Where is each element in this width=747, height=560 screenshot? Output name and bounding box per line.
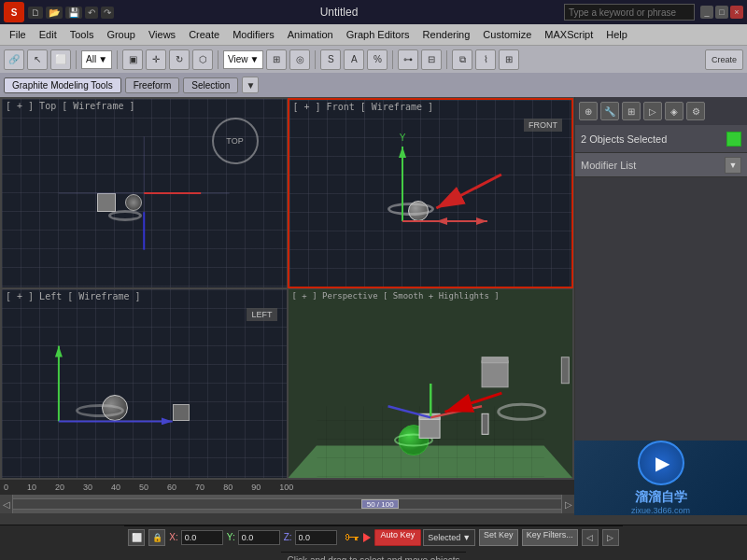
status-lock-btn[interactable]: 🔒 — [148, 529, 165, 546]
status-right-btn1[interactable]: ◁ — [582, 529, 599, 546]
select-object-btn[interactable]: ▣ — [122, 49, 143, 70]
svg-text:Y: Y — [399, 133, 405, 143]
title-icon-save[interactable]: 💾 — [65, 7, 82, 19]
timeline-position[interactable]: 50 / 100 — [361, 499, 399, 509]
selection-btn[interactable]: Selection — [183, 77, 238, 93]
minimize-btn[interactable]: _ — [700, 6, 713, 19]
svg-rect-25 — [482, 413, 488, 434]
frame-40: 40 — [111, 483, 120, 492]
menu-tools[interactable]: Tools — [64, 27, 100, 42]
vp-top-label: [ + ] Top [ Wireframe ] — [6, 101, 134, 111]
schematic-view-btn[interactable]: ⊞ — [499, 49, 519, 70]
select-region-btn[interactable]: ⬜ — [50, 49, 71, 70]
curve-editor-btn[interactable]: ⌇ — [475, 49, 496, 70]
create-panel-btn[interactable]: Create — [705, 49, 743, 70]
title-icon-redo[interactable]: ↷ — [101, 7, 114, 19]
menu-group[interactable]: Group — [101, 27, 141, 42]
selection-filter-dropdown[interactable]: All ▼ — [81, 50, 112, 69]
mirror-btn[interactable]: ⊶ — [398, 49, 418, 70]
title-left-icons: S 🗋 📂 💾 ↶ ↷ — [4, 2, 114, 22]
rotate-btn[interactable]: ↻ — [169, 49, 190, 70]
rp-utilities-btn[interactable]: ⚙ — [686, 102, 705, 120]
frame-50: 50 — [139, 483, 148, 492]
auto-key-btn[interactable]: Auto Key — [374, 529, 422, 546]
reference-coord-btn[interactable]: ⊞ — [266, 49, 287, 70]
pivot-btn[interactable]: ◎ — [289, 49, 310, 70]
coord-z-input[interactable] — [295, 530, 337, 545]
rp-modify-btn[interactable]: 🔧 — [600, 102, 619, 120]
menu-bar: File Edit Tools Group Views Create Modif… — [0, 24, 747, 45]
selection-arrow-btn[interactable]: ▼ — [242, 77, 259, 93]
frame-10: 10 — [27, 483, 36, 492]
menu-maxscript[interactable]: MAXScript — [539, 27, 599, 42]
red-arrow-icon — [363, 533, 371, 542]
layer-mgr-btn[interactable]: ⧉ — [452, 49, 472, 70]
svg-rect-23 — [419, 417, 440, 438]
frame-90: 90 — [251, 483, 261, 492]
menu-animation[interactable]: Animation — [282, 27, 339, 42]
close-btn[interactable]: × — [730, 6, 743, 19]
view-dropdown[interactable]: View ▼ — [223, 50, 263, 69]
set-key-btn[interactable]: Set Key — [479, 529, 518, 546]
coord-x: X: — [169, 530, 222, 545]
key-icon: 🗝 — [345, 529, 359, 546]
objects-selected-label: 2 Objects Selected — [581, 133, 667, 145]
menu-customize[interactable]: Customize — [477, 27, 537, 42]
viewport-left[interactable]: [ + ] Left [ Wireframe ] LEFT — [1, 288, 288, 479]
viewport-front[interactable]: [ + ] Front [ Wireframe ] FRONT — [288, 98, 574, 288]
snap-2d-btn[interactable]: S — [320, 49, 341, 70]
status-select-btn[interactable]: ⬜ — [128, 529, 145, 546]
viewport-perspective[interactable]: [ + ] Perspective [ Smooth + Highlights … — [288, 288, 574, 479]
coord-x-input[interactable] — [181, 530, 223, 545]
timeline-left-btn[interactable]: ◁ — [0, 495, 13, 513]
rp-motion-btn[interactable]: ▷ — [643, 102, 662, 120]
modifier-list-dropdown[interactable]: ▼ — [725, 157, 741, 174]
viewport-grid: [ + ] Top [ Wireframe ] TOP [ + ] Fro — [0, 97, 574, 480]
selected-dropdown[interactable]: Selected ▼ — [423, 529, 475, 546]
svg-rect-17 — [482, 361, 508, 387]
main-content: [ + ] Top [ Wireframe ] TOP [ + ] Fro — [0, 97, 747, 480]
snap-percent-btn[interactable]: % — [367, 49, 388, 70]
coord-y: Y: — [227, 530, 280, 545]
rp-hierarchy-btn[interactable]: ⊞ — [622, 102, 641, 120]
menu-modifiers[interactable]: Modifiers — [227, 27, 280, 42]
key-filters-btn[interactable]: Key Filters... — [522, 529, 578, 546]
status-right-btn2[interactable]: ▷ — [602, 529, 619, 546]
menu-rendering[interactable]: Rendering — [417, 27, 476, 42]
freeform-btn[interactable]: Freeform — [125, 77, 180, 93]
graphite-modeling-tools-btn[interactable]: Graphite Modeling Tools — [4, 77, 121, 93]
title-icon-open[interactable]: 📂 — [46, 7, 63, 19]
prompt-bar: Click and drag to select and move object… — [281, 552, 465, 560]
viewport-top[interactable]: [ + ] Top [ Wireframe ] TOP — [1, 98, 288, 288]
snap-toggle-btn[interactable]: 🔗 — [4, 49, 24, 70]
menu-create[interactable]: Create — [183, 27, 225, 42]
select-btn[interactable]: ↖ — [27, 49, 48, 70]
move-btn[interactable]: ✛ — [146, 49, 166, 70]
menu-help[interactable]: Help — [600, 27, 633, 42]
rp-objects-selected-bar: 2 Objects Selected — [575, 125, 747, 153]
help-search[interactable] — [564, 4, 695, 21]
title-icons: 🗋 📂 💾 ↶ ↷ — [28, 7, 114, 19]
menu-file[interactable]: File — [4, 27, 32, 42]
menu-graph-editors[interactable]: Graph Editors — [341, 27, 416, 42]
coord-y-input[interactable] — [238, 530, 280, 545]
menu-views[interactable]: Views — [143, 27, 181, 42]
right-panel: ⊕ 🔧 ⊞ ▷ ◈ ⚙ 2 Objects Selected Modifier … — [574, 97, 747, 480]
title-icon-undo[interactable]: ↶ — [85, 7, 98, 19]
title-icon-new[interactable]: 🗋 — [28, 7, 43, 19]
menu-edit[interactable]: Edit — [34, 27, 63, 42]
modifier-list-label: Modifier List — [581, 160, 636, 171]
svg-line-10 — [436, 175, 501, 208]
snap-angle-btn[interactable]: A — [344, 49, 364, 70]
align-btn[interactable]: ⊟ — [421, 49, 442, 70]
vp-left-label: [ + ] Left [ Wireframe ] — [6, 291, 141, 301]
frame-80: 80 — [223, 483, 233, 492]
frame-30: 30 — [83, 483, 92, 492]
maximize-btn[interactable]: □ — [715, 6, 728, 19]
rp-create-btn[interactable]: ⊕ — [579, 102, 598, 120]
watermark-text: 溜溜自学 — [635, 489, 687, 506]
scale-btn[interactable]: ⬡ — [192, 49, 213, 70]
timeline-right-btn[interactable]: ▷ — [561, 495, 574, 513]
rp-display-btn[interactable]: ◈ — [665, 102, 684, 120]
toolbar-sep-5 — [392, 50, 393, 69]
